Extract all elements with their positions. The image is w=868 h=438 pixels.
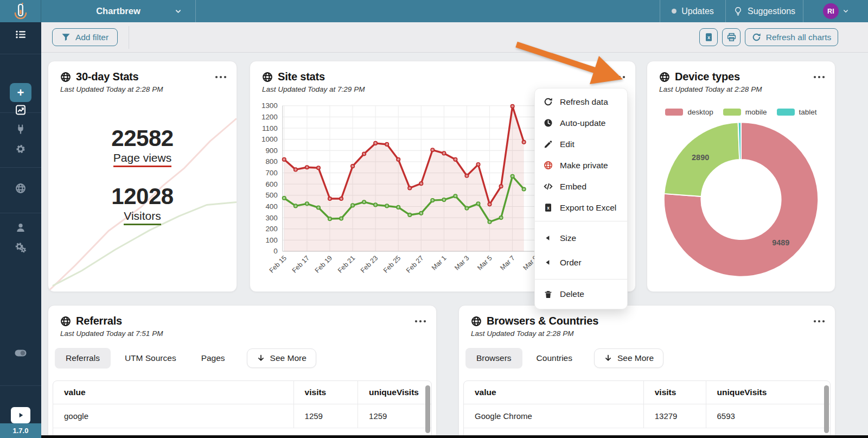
viewport-bottom-edge [41, 435, 868, 438]
project-switcher[interactable]: Chartbrew [41, 0, 196, 22]
menu-item-label: Order [560, 258, 582, 268]
version-badge: 1.7.0 [0, 423, 41, 438]
sidebar-divider [0, 167, 41, 168]
code-icon [544, 182, 553, 191]
refresh-all-charts-button[interactable]: Refresh all charts [745, 28, 838, 46]
svg-text:1000: 1000 [261, 135, 278, 143]
export-excel-button[interactable]: x [699, 28, 718, 46]
dashboard-toolbar: Add filter x Refresh all charts [41, 22, 868, 53]
menu-item-edit[interactable]: Edit [535, 134, 627, 155]
see-more-button[interactable]: See More [594, 348, 663, 368]
context-menu-section: Refresh dataAuto-updateEditMake privateE… [535, 88, 627, 221]
table-header-cell: uniqueVisits [706, 381, 831, 404]
svg-text:1200: 1200 [261, 113, 278, 121]
sidebar-item-team-members[interactable] [16, 223, 26, 233]
svg-text:900: 900 [265, 147, 277, 155]
menu-item-order[interactable]: Order [535, 250, 627, 275]
svg-text:Feb 21: Feb 21 [336, 254, 356, 274]
tri-left-icon [544, 233, 553, 243]
refresh-all-label: Refresh all charts [766, 33, 832, 42]
card-header: Browsers & Countries Last Updated Today … [459, 306, 835, 338]
svg-text:Feb 23: Feb 23 [359, 254, 379, 274]
person-icon [16, 223, 26, 233]
legend-item-tablet: tablet [777, 108, 817, 116]
table-scrollbar[interactable] [824, 385, 829, 433]
globe-icon [544, 161, 553, 170]
menu-item-delete[interactable]: Delete [535, 282, 627, 306]
globe-icon [471, 316, 482, 327]
menu-item-make-private[interactable]: Make private [535, 155, 627, 176]
app-logo[interactable] [0, 0, 41, 22]
sidebar-divider [0, 54, 41, 54]
table-row: Google Chrome132796593 [464, 404, 830, 428]
card-title: Referrals [76, 315, 122, 327]
context-menu-section: SizeOrder [535, 221, 627, 279]
sidebar-item-team-settings[interactable] [15, 242, 26, 253]
tab-referrals[interactable]: Referrals [55, 348, 111, 369]
svg-text:400: 400 [265, 202, 277, 211]
svg-text:2890: 2890 [692, 153, 709, 162]
kpi-label: Visitors [124, 210, 161, 225]
card-title: Site stats [278, 71, 325, 83]
menu-item-auto-update[interactable]: Auto-update [535, 112, 627, 134]
sidebar-item-public-dashboard[interactable] [15, 183, 26, 194]
sidebar-item-settings[interactable] [16, 144, 26, 154]
menu-item-embed[interactable]: Embed [535, 176, 627, 197]
data-table: valuevisitsuniqueVisits Google Chrome132… [463, 380, 831, 438]
svg-text:Feb 17: Feb 17 [291, 254, 311, 274]
menu-item-label: Refresh data [560, 97, 608, 107]
chart-card-30-day-stats: 30-day Stats Last Updated Today at 2:28 … [48, 61, 237, 292]
see-more-button[interactable]: See More [247, 348, 316, 368]
print-button[interactable] [722, 28, 741, 46]
expand-sidebar-button[interactable] [11, 407, 30, 423]
user-menu[interactable]: RI [803, 0, 868, 22]
play-icon [17, 411, 24, 419]
updates-label: Updates [681, 7, 714, 16]
tab-countries[interactable]: Countries [526, 348, 583, 369]
tab-pages[interactable]: Pages [190, 348, 236, 369]
svg-text:Mar 5: Mar 5 [476, 254, 493, 271]
last-updated-text: Last Updated Today at 7:51 PM [60, 329, 425, 338]
menu-item-refresh-data[interactable]: Refresh data [535, 91, 627, 112]
svg-text:700: 700 [265, 169, 277, 177]
svg-text:x: x [547, 205, 550, 211]
suggestions-button[interactable]: Suggestions [725, 0, 803, 22]
sidebar-item-charts[interactable] [16, 105, 26, 115]
pencil-icon [544, 139, 553, 149]
project-name: Chartbrew [96, 6, 141, 16]
tab-browsers[interactable]: Browsers [465, 348, 522, 369]
toggle-icon [15, 348, 27, 358]
globe-icon [659, 72, 670, 82]
excel-file-icon: x [704, 33, 713, 42]
legend-item-mobile: mobile [723, 108, 767, 116]
menu-item-size[interactable]: Size [535, 226, 627, 250]
tab-utm-sources[interactable]: UTM Sources [114, 348, 187, 369]
updates-button[interactable]: Updates [660, 0, 725, 22]
table-scrollbar[interactable] [425, 385, 430, 433]
gears-icon [15, 242, 26, 253]
dataset-tabs: BrowsersCountriesSee More [465, 348, 663, 369]
chart-context-menu: Refresh dataAuto-updateEditMake privateE… [534, 88, 628, 309]
svg-text:500: 500 [265, 191, 277, 199]
updates-dot-icon [672, 9, 676, 14]
svg-text:Feb 19: Feb 19 [314, 254, 334, 274]
avatar: RI [823, 3, 839, 19]
menu-item-export-to-excel[interactable]: xExport to Excel [535, 197, 627, 218]
card-header: Referrals Last Updated Today at 7:51 PM [48, 306, 436, 338]
card-header: 30-day Stats Last Updated Today at 2:28 … [48, 61, 237, 93]
legend-swatch [723, 109, 741, 116]
funnel-icon [61, 33, 71, 42]
table-cell: 13279 [643, 404, 706, 428]
see-more-label: See More [270, 353, 307, 363]
sidebar-item-dashboards[interactable] [16, 29, 26, 40]
add-filter-button[interactable]: Add filter [52, 28, 118, 46]
theme-toggle[interactable] [15, 348, 27, 358]
sidebar-item-connections[interactable] [16, 124, 26, 135]
add-chart-button[interactable]: + [10, 83, 31, 102]
tri-left-icon [544, 258, 553, 267]
last-updated-text: Last Updated Today at 2:28 PM [60, 85, 226, 93]
last-updated-text: Last Updated Today at 2:28 PM [471, 329, 824, 338]
table-header-cell: uniqueVisits [358, 381, 431, 404]
table-cell: 1259 [293, 404, 358, 428]
app-root: Chartbrew Updates Suggestions RI [0, 0, 868, 438]
